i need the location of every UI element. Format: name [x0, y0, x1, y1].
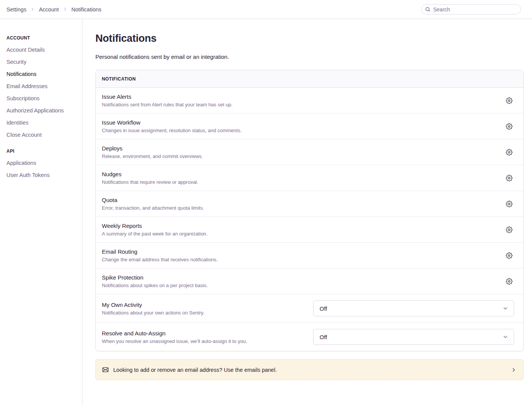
row-description: Release, environment, and commit overvie… — [102, 153, 203, 159]
resolve-auto-assign-select[interactable]: Off — [313, 329, 514, 345]
sidebar-item-notifications[interactable]: Notifications — [6, 71, 78, 77]
gear-button[interactable] — [505, 251, 513, 260]
gear-button[interactable] — [505, 200, 513, 208]
emails-panel-alert[interactable]: Looking to add or remove an email addres… — [95, 359, 524, 380]
gear-icon — [506, 252, 513, 259]
row-issue-workflow: Issue Workflow Changes in issue assignme… — [96, 114, 523, 139]
sidebar-item-close-account[interactable]: Close Account — [6, 132, 78, 138]
row-title: Spike Protection — [102, 274, 208, 281]
chevron-down-icon — [502, 334, 508, 340]
sidebar-item-subscriptions[interactable]: Subscriptions — [6, 96, 78, 101]
gear-button[interactable] — [505, 148, 513, 156]
row-description: Error, transaction, and attachment quota… — [102, 205, 204, 211]
sidebar-heading-account: ACCOUNT — [6, 35, 78, 41]
sidebar-item-account-details[interactable]: Account Details — [6, 47, 78, 53]
sidebar-item-user-auth-tokens[interactable]: User Auth Tokens — [6, 172, 78, 178]
sidebar-item-applications[interactable]: Applications — [6, 160, 78, 166]
main-content: Notifications Personal notifications sen… — [82, 19, 532, 406]
gear-button[interactable] — [505, 174, 513, 182]
panel-header: NOTIFICATION — [96, 70, 523, 88]
row-title: My Own Activity — [102, 302, 204, 308]
breadcrumb-account[interactable]: Account — [39, 6, 59, 13]
gear-icon — [506, 175, 513, 182]
gear-button[interactable] — [505, 226, 513, 234]
row-email-routing: Email Routing Change the email address t… — [96, 243, 523, 269]
select-value: Off — [320, 334, 327, 340]
sidebar-section-api: API Applications User Auth Tokens — [6, 148, 78, 178]
gear-icon — [506, 149, 513, 156]
row-issue-alerts: Issue Alerts Notifications sent from Ale… — [96, 88, 523, 114]
row-description: Notifications sent from Alert rules that… — [102, 102, 233, 107]
row-spike-protection: Spike Protection Notifications about spi… — [96, 269, 523, 294]
sidebar-item-security[interactable]: Security — [6, 59, 78, 65]
row-title: Deploys — [102, 145, 203, 152]
row-title: Weekly Reports — [102, 223, 207, 229]
breadcrumb-notifications: Notifications — [71, 6, 101, 13]
gear-icon — [506, 226, 513, 233]
chevron-down-icon — [502, 305, 508, 311]
sidebar-section-account: ACCOUNT Account Details Security Notific… — [6, 35, 78, 138]
mail-icon — [102, 367, 109, 373]
row-resolve-and-auto-assign: Resolve and Auto-Assign When you resolve… — [96, 323, 523, 351]
search-icon — [425, 6, 431, 12]
settings-sidebar: ACCOUNT Account Details Security Notific… — [0, 19, 82, 406]
gear-button[interactable] — [505, 122, 513, 131]
row-description: Changes in issue assignment, resolution … — [102, 128, 242, 133]
breadcrumb-settings[interactable]: Settings — [6, 6, 26, 13]
row-deploys: Deploys Release, environment, and commit… — [96, 139, 523, 165]
sidebar-item-identities[interactable]: Identities — [6, 120, 78, 126]
row-quota: Quota Error, transaction, and attachment… — [96, 191, 523, 217]
row-description: Notifications about spikes on a per proj… — [102, 283, 208, 288]
row-title: Email Routing — [102, 248, 218, 255]
breadcrumb: Settings Account Notifications — [6, 6, 101, 13]
row-description: Notifications that require review or app… — [102, 179, 198, 185]
alert-text: Looking to add or remove an email addres… — [113, 367, 277, 373]
chevron-right-icon — [511, 367, 517, 373]
search-box — [421, 4, 521, 14]
chevron-right-icon — [63, 7, 68, 12]
row-description: When you resolve an unassigned issue, we… — [102, 338, 247, 344]
row-title: Issue Alerts — [102, 93, 233, 100]
gear-button[interactable] — [505, 277, 513, 286]
row-description: A summary of the past week for an organi… — [102, 231, 207, 237]
chevron-right-icon — [30, 7, 35, 12]
search-input[interactable] — [421, 4, 521, 14]
page-title: Notifications — [95, 33, 524, 44]
gear-icon — [506, 123, 513, 130]
sidebar-item-email-addresses[interactable]: Email Addresses — [6, 84, 78, 89]
row-description: Notifications about your own actions on … — [102, 310, 204, 316]
row-weekly-reports: Weekly Reports A summary of the past wee… — [96, 217, 523, 243]
row-title: Nudges — [102, 171, 198, 177]
row-description: Change the email address that receives n… — [102, 257, 218, 262]
top-bar: Settings Account Notifications — [0, 0, 532, 19]
select-value: Off — [320, 305, 327, 312]
gear-icon — [506, 201, 513, 207]
sidebar-heading-api: API — [6, 148, 78, 154]
row-my-own-activity: My Own Activity Notifications about your… — [96, 294, 523, 323]
gear-icon — [506, 278, 513, 285]
notifications-panel: NOTIFICATION Issue Alerts Notifications … — [95, 70, 524, 351]
row-title: Quota — [102, 197, 204, 203]
row-title: Resolve and Auto-Assign — [102, 330, 247, 336]
gear-icon — [506, 97, 513, 104]
page-subtitle: Personal notifications sent by email or … — [95, 54, 524, 60]
sidebar-item-authorized-applications[interactable]: Authorized Applications — [6, 108, 78, 114]
row-nudges: Nudges Notifications that require review… — [96, 165, 523, 191]
gear-button[interactable] — [505, 96, 513, 105]
my-own-activity-select[interactable]: Off — [313, 300, 514, 316]
row-title: Issue Workflow — [102, 119, 242, 126]
